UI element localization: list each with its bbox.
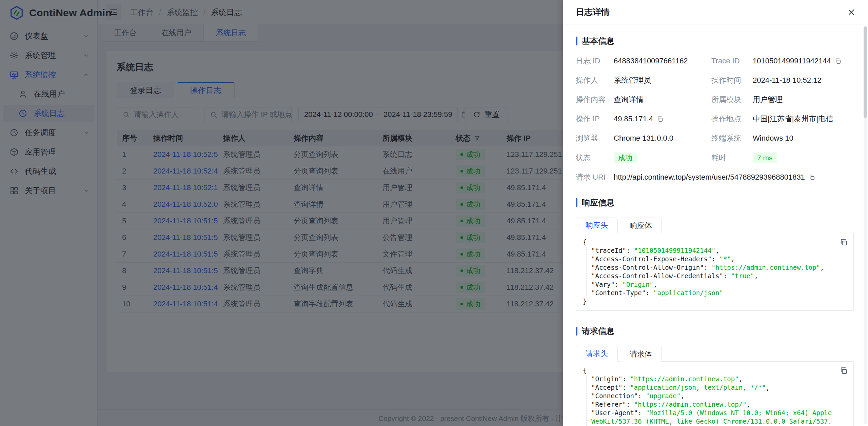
drawer-title: 日志详情 <box>576 6 610 18</box>
json-line: "Origin": "https://admin.continew.top", <box>583 375 834 383</box>
field-label-操作人: 操作人 <box>576 75 608 85</box>
response-info-section: 响应信息 响应头响应体 {"traceId": "101050149991194… <box>576 197 854 311</box>
response-tabs: 响应头响应体 <box>576 218 854 233</box>
field-value-操作地点: 中国|江苏省|泰州市|电信 <box>753 114 854 124</box>
json-line: "User-Agent": "Mozilla/5.0 (Windows NT 1… <box>583 409 834 426</box>
copy-icon[interactable] <box>656 116 664 123</box>
copy-icon[interactable] <box>839 238 848 247</box>
section-accent-bar <box>576 37 577 45</box>
copy-icon[interactable] <box>834 58 842 65</box>
field-value-耗时: 7 ms <box>753 153 854 163</box>
field-label-耗时: 耗时 <box>711 153 747 163</box>
section-head: 请求信息 <box>576 326 854 337</box>
field-label-状态: 状态 <box>576 153 608 163</box>
drawer-body: 基本信息 日志 ID648838410097661162Trace ID1010… <box>563 25 863 426</box>
json-line: "Access-Control-Allow-Origin": "https://… <box>583 263 834 272</box>
field-label-Trace ID: Trace ID <box>711 57 747 65</box>
field-value-操作 IP: 49.85.171.4 <box>614 115 706 123</box>
field-label-操作时间: 操作时间 <box>711 75 747 85</box>
field-value-浏览器: Chrome 131.0.0.0 <box>614 134 706 143</box>
field-value-操作内容: 查询详情 <box>614 95 706 105</box>
log-detail-drawer: 日志详情 基本信息 日志 ID648838410097661162Trace I… <box>563 0 868 426</box>
json-line: "Access-Control-Expose-Headers": "*", <box>583 255 834 263</box>
field-label-操作内容: 操作内容 <box>576 95 608 105</box>
json-line: } <box>583 297 834 306</box>
field-value-Trace ID: 1010501499911942144 <box>753 57 854 65</box>
request-tabs: 请求头请求体 <box>576 346 854 361</box>
json-line: "Connection": "upgrade", <box>583 392 834 400</box>
drawer-header: 日志详情 <box>563 0 868 24</box>
field-value-操作时间: 2024-11-18 10:52:12 <box>753 76 854 85</box>
section-head: 响应信息 <box>576 197 854 208</box>
field-value-状态: 成功 <box>614 153 706 163</box>
field-label-日志 ID: 日志 ID <box>576 56 608 66</box>
field-label-所属模块: 所属模块 <box>711 95 747 105</box>
field-value-请求 URI: http://api.continew.top/system/user/5478… <box>614 173 854 182</box>
tab-请求体[interactable]: 请求体 <box>620 346 662 362</box>
section-head: 基本信息 <box>576 36 854 46</box>
json-line: "Vary": "Origin", <box>583 280 834 289</box>
json-line: { <box>583 366 834 375</box>
field-label-终端系统: 终端系统 <box>711 133 747 143</box>
status-tag: 7 ms <box>753 153 777 163</box>
field-label-请求 URI: 请求 URI <box>576 172 608 182</box>
field-value-操作人: 系统管理员 <box>614 75 706 85</box>
copy-icon[interactable] <box>839 366 848 375</box>
request-info-section: 请求信息 请求头请求体 {"Origin": "https://admin.co… <box>576 326 854 426</box>
basic-info-fields: 日志 ID648838410097661162Trace ID101050149… <box>576 56 854 182</box>
json-line: "Accept": "application/json, text/plain,… <box>583 383 834 392</box>
response-info-title: 响应信息 <box>582 197 614 208</box>
section-accent-bar <box>576 327 577 336</box>
field-label-操作 IP: 操作 IP <box>576 114 608 124</box>
json-line: "traceId": "1010501499911942144", <box>583 246 834 255</box>
json-line: { <box>583 238 834 246</box>
close-icon[interactable] <box>845 6 858 19</box>
tab-请求头[interactable]: 请求头 <box>576 346 618 362</box>
drawer-scrollbar[interactable] <box>864 26 867 424</box>
json-line: "Referer": "https://admin.continew.top/"… <box>583 400 834 409</box>
tab-响应体[interactable]: 响应体 <box>620 218 662 233</box>
field-value-日志 ID: 648838410097661162 <box>614 57 706 65</box>
scrollbar-thumb[interactable] <box>864 26 867 118</box>
status-tag: 成功 <box>614 153 637 163</box>
tab-响应头[interactable]: 响应头 <box>576 218 618 233</box>
field-value-终端系统: Windows 10 <box>753 134 854 143</box>
basic-info-title: 基本信息 <box>582 36 614 46</box>
copy-icon[interactable] <box>808 174 815 181</box>
field-label-浏览器: 浏览器 <box>576 133 608 143</box>
response-headers-code: {"traceId": "1010501499911942144","Acces… <box>576 233 854 311</box>
request-headers-code: {"Origin": "https://admin.continew.top",… <box>576 361 854 426</box>
json-line: "Content-Type": "application/json" <box>583 289 834 297</box>
request-info-title: 请求信息 <box>582 326 614 337</box>
section-accent-bar <box>576 198 577 207</box>
field-value-所属模块: 用户管理 <box>753 95 854 105</box>
basic-info-section: 基本信息 日志 ID648838410097661162Trace ID1010… <box>576 36 854 182</box>
json-line: "Access-Control-Allow-Credentials": "tru… <box>583 272 834 280</box>
field-label-操作地点: 操作地点 <box>711 114 747 124</box>
